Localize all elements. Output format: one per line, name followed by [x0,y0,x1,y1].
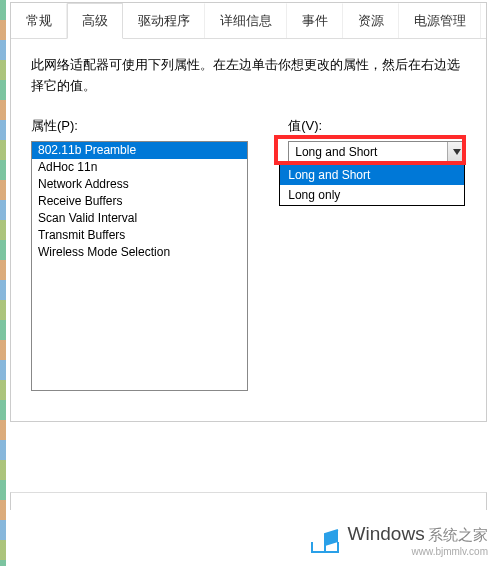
tab-details[interactable]: 详细信息 [205,3,287,38]
windows-logo-icon [308,522,342,556]
dropdown-option[interactable]: Long only [280,185,464,205]
watermark-sub: 系统之家 [428,526,488,543]
list-item[interactable]: Network Address [32,176,247,193]
content-area: 属性(P): 802.11b Preamble AdHoc 11n Networ… [11,105,486,411]
property-listbox[interactable]: 802.11b Preamble AdHoc 11n Network Addre… [31,141,248,391]
value-dropdown[interactable]: Long and Short Long and Short Long only [288,141,466,163]
tab-resources[interactable]: 资源 [343,3,399,38]
tab-advanced[interactable]: 高级 [67,3,123,39]
tab-strip: 常规 高级 驱动程序 详细信息 事件 资源 电源管理 [11,3,486,39]
tab-driver[interactable]: 驱动程序 [123,3,205,38]
list-item[interactable]: AdHoc 11n [32,159,247,176]
watermark: Windows 系统之家 www.bjmmlv.com [308,522,488,556]
value-label: 值(V): [288,117,466,135]
dropdown-arrow-button[interactable] [447,142,465,162]
watermark-url: www.bjmmlv.com [412,546,488,557]
decorative-left-strip [0,0,6,566]
properties-dialog: 常规 高级 驱动程序 详细信息 事件 资源 电源管理 此网络适配器可使用下列属性… [10,2,487,422]
property-column: 属性(P): 802.11b Preamble AdHoc 11n Networ… [31,117,248,391]
dropdown-option[interactable]: Long and Short [280,165,464,185]
list-item[interactable]: Wireless Mode Selection [32,244,247,261]
list-item[interactable]: 802.11b Preamble [32,142,247,159]
dropdown-list[interactable]: Long and Short Long only [279,164,465,206]
chevron-down-icon [453,149,461,155]
tab-general[interactable]: 常规 [11,3,67,38]
watermark-text: Windows 系统之家 www.bjmmlv.com [348,523,488,555]
tab-events[interactable]: 事件 [287,3,343,38]
property-label: 属性(P): [31,117,248,135]
tab-power[interactable]: 电源管理 [399,3,481,38]
watermark-brand: Windows [348,523,425,544]
description-text: 此网络适配器可使用下列属性。在左边单击你想更改的属性，然后在右边选择它的值。 [11,39,486,105]
list-item[interactable]: Transmit Buffers [32,227,247,244]
list-item[interactable]: Receive Buffers [32,193,247,210]
list-item[interactable]: Scan Valid Interval [32,210,247,227]
value-column: 值(V): Long and Short Long and Short Long… [288,117,466,391]
dropdown-display: Long and Short [289,142,447,162]
